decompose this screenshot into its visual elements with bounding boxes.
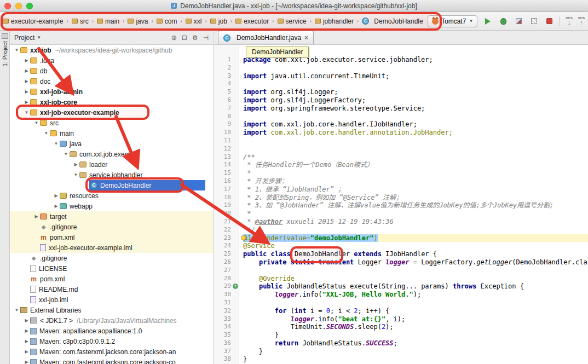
tree-chevron[interactable]: ▶ <box>23 58 30 63</box>
tree-chevron[interactable]: ▶ <box>53 204 60 209</box>
gutter-line-number[interactable]: 33 <box>214 315 239 323</box>
tree-item-demojobhandler[interactable]: CDemoJobHandler <box>10 180 213 190</box>
code-line[interactable]: * @author xuxueli 2015-12-19 19:43:36 <box>243 218 588 226</box>
breadcrumb-item-main[interactable]: main <box>95 16 121 26</box>
breadcrumb-item-demojobhandler[interactable]: CDemoJobHandler <box>360 16 423 26</box>
tree-chevron[interactable]: ▶ <box>23 360 30 364</box>
tree-item-db[interactable]: ▶db <box>10 66 213 76</box>
gutter-line-number[interactable]: 26 <box>214 258 239 267</box>
gutter-line-number[interactable]: 29↑ <box>214 282 239 291</box>
code-line[interactable]: private static transient Logger logger =… <box>243 258 588 267</box>
code-line[interactable]: */ <box>243 226 588 234</box>
run-configuration-selector[interactable]: Tomcat7 ▼ <box>428 15 477 27</box>
gutter-line-number[interactable]: 20 <box>214 210 239 218</box>
tree-item-xxl-job[interactable]: ▼xxl-job~/workspaces/idea-git-workspace/… <box>10 45 213 55</box>
code-line[interactable]: public class DemoJobHandler extends IJob… <box>243 250 588 258</box>
tree-chevron[interactable]: ▼ <box>43 131 50 136</box>
gutter-line-number[interactable]: 21 <box>214 218 239 226</box>
code-area[interactable]: package com.xxl.job.executor.service.job… <box>240 45 588 364</box>
vcs-update-button[interactable]: VCS ↓ <box>566 16 572 26</box>
gear-icon[interactable]: ⚙ <box>192 34 198 42</box>
tree-item-.gitignore[interactable]: ◆.gitignore <box>10 222 213 232</box>
tree-chevron[interactable]: ▶ <box>23 318 30 323</box>
debug-button[interactable] <box>498 16 508 26</box>
run-button[interactable] <box>483 16 493 26</box>
tree-chevron[interactable]: ▼ <box>72 172 79 177</box>
tree-item-service.jobhandler[interactable]: ▼service.jobhandler <box>10 170 213 180</box>
tree-item-xxl-job-executor-example.iml[interactable]: xxl-job-executor-example.iml <box>10 242 213 253</box>
code-line[interactable]: @Override <box>243 275 588 283</box>
vcs-commit-button[interactable]: VCS ↑ <box>578 16 585 26</box>
gutter-line-number[interactable]: 13 <box>214 153 239 161</box>
tree-item-doc[interactable]: ▶doc <box>10 76 213 86</box>
tree-item-license[interactable]: LICENSE <box>10 263 213 274</box>
code-line[interactable]: } <box>243 348 588 356</box>
code-line[interactable]: import java.util.concurrent.TimeUnit; <box>243 72 588 80</box>
gutter-line-number[interactable]: 31 <box>214 299 239 307</box>
breadcrumb-item-com[interactable]: com <box>155 16 179 26</box>
code-line[interactable]: for (int i = 0; i < 2; i++) { <box>243 307 588 315</box>
code-line[interactable]: logger.info("beat at:{}", i); <box>243 315 588 323</box>
code-line[interactable]: import com.xxl.job.core.handler.IJobHand… <box>243 120 588 129</box>
tree-item-target[interactable]: ▶target <box>10 211 213 222</box>
toolwindow-switcher-icon[interactable] <box>2 33 8 39</box>
breadcrumb-item-jobhandler[interactable]: jobhandler <box>313 16 355 26</box>
gutter-line-number[interactable]: 27 <box>214 267 239 275</box>
code-line[interactable]: return JobHandleStatus.SUCCESS; <box>243 339 588 348</box>
gutter-line-number[interactable]: 16 <box>214 177 239 186</box>
tree-chevron[interactable]: ▶ <box>23 89 30 94</box>
scroll-from-source-icon[interactable]: ⊕ <box>171 34 177 42</box>
tree-item-jdk1.7[interactable]: ▶< JDK1.7 >/Library/Java/JavaVirtualMach… <box>10 315 213 326</box>
tree-item-externallibraries[interactable]: ▼External Libraries <box>10 305 213 315</box>
gutter-line-number[interactable]: 23 <box>214 234 239 242</box>
code-line[interactable] <box>243 267 588 275</box>
code-line[interactable]: * <box>243 210 588 218</box>
code-line[interactable] <box>243 137 588 145</box>
gutter-line-number[interactable]: 7 <box>214 105 239 113</box>
gutter-line-number[interactable]: 28 <box>214 275 239 283</box>
tree-item-.gitignore[interactable]: ◆.gitignore <box>10 253 213 263</box>
gutter-line-number[interactable]: 4 <box>214 80 239 88</box>
tree-chevron[interactable]: ▶ <box>23 328 30 333</box>
tree-item-resources[interactable]: ▶resources <box>10 190 213 201</box>
code-line[interactable]: /** <box>243 153 588 161</box>
hide-panel-icon[interactable]: ⊣ <box>203 34 209 42</box>
gutter-line-number[interactable]: 30 <box>214 291 239 299</box>
close-icon[interactable]: × <box>304 34 308 42</box>
editor-body[interactable]: DemoJobHandler 1234567891011121314151617… <box>214 45 588 364</box>
breadcrumb-item-executor-example[interactable]: executor-example <box>1 16 65 26</box>
tree-item-java[interactable]: ▼java <box>10 138 213 149</box>
tree-chevron[interactable]: ▶ <box>23 349 30 354</box>
gutter-line-number[interactable]: 9 <box>214 120 239 129</box>
code-line[interactable] <box>243 80 588 88</box>
gutter-line-number[interactable]: 11 <box>214 137 239 145</box>
code-line[interactable]: * 1、继承 “IJobHandler” ； <box>243 186 588 194</box>
tree-chevron[interactable]: ▶ <box>23 68 30 73</box>
project-view-dropdown[interactable]: ▼ <box>37 35 41 40</box>
gutter-line-number[interactable]: 10 <box>214 129 239 137</box>
breadcrumb-item-src[interactable]: src <box>70 16 90 26</box>
gutter-line-number[interactable]: 24 <box>214 242 239 250</box>
tree-chevron[interactable]: ▶ <box>72 162 79 167</box>
gutter-line-number[interactable]: 12 <box>214 145 239 153</box>
gutter-line-number[interactable]: 38 <box>214 355 239 363</box>
code-line[interactable]: import org.slf4j.Logger; <box>243 88 588 96</box>
stop-button[interactable] <box>544 16 554 26</box>
gutter-line-number[interactable]: 18 <box>214 194 239 202</box>
tree-chevron[interactable]: ▶ <box>23 79 30 84</box>
gutter-line-number[interactable]: 25 <box>214 250 239 258</box>
tree-item-.idea[interactable]: ▶.idea <box>10 55 213 66</box>
tree-item-xxl-job.iml[interactable]: xxl-job.iml <box>10 294 213 305</box>
tree-chevron[interactable]: ▶ <box>23 100 30 105</box>
gutter-line-number[interactable]: 15 <box>214 169 239 177</box>
gutter-line-number[interactable]: 19 <box>214 201 239 210</box>
code-line[interactable] <box>243 145 588 153</box>
tree-item-xxl-job-admin[interactable]: ▶xxl-job-admin <box>10 86 213 97</box>
tree-item-mavenaopallianceaopalliance1.0[interactable]: ▶Maven: aopalliance:aopalliance:1.0 <box>10 326 213 336</box>
tree-item-readme.md[interactable]: README.md <box>10 284 213 294</box>
code-line[interactable]: TimeUnit.SECONDS.sleep(2); <box>243 323 588 331</box>
tree-chevron[interactable]: ▼ <box>53 141 60 146</box>
tree-item-mavenc3p0c3p00.9.1.2[interactable]: ▶Maven: c3p0:c3p0:0.9.1.2 <box>10 336 213 346</box>
gutter-line-number[interactable]: 3 <box>214 72 239 80</box>
code-line[interactable]: * 任务Handler的一个Demo（Bean模式） <box>243 161 588 169</box>
